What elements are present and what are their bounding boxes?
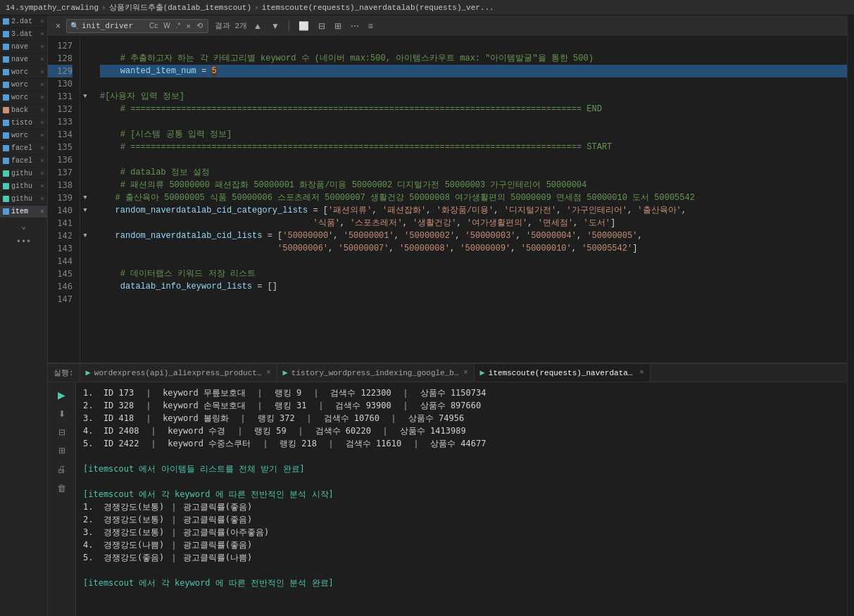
next-result-button[interactable]: ▼ <box>268 21 282 31</box>
line-num-140: 140 <box>48 204 73 217</box>
terminal-run-button[interactable]: ▶ <box>56 388 67 402</box>
clear-search-button[interactable]: × <box>184 22 191 30</box>
replace-button[interactable]: ⟲ <box>195 21 204 30</box>
title-sep2: › <box>254 4 259 12</box>
right-scrollbar[interactable] <box>847 15 854 616</box>
code-editor[interactable]: 127 128 129 130 131 132 133 134 135 136 … <box>48 37 847 363</box>
terminal-line-2: 2. ID 328 ｜ keyword 손목보호대 ｜ 랭킹 31 ｜ 검색수 … <box>83 399 840 412</box>
code-line-142: random_naverdatalab_cid_lists = ['500000… <box>100 230 847 242</box>
terminal-line-14: 5. 경쟁강도(좋음) ｜ 광고클릭률(나쁨) <box>83 551 840 564</box>
left-tab-worc4[interactable]: worc × <box>0 130 47 142</box>
terminal-line-16: [itemscout 에서 각 keyword 에 따른 전반적인 분석 완료] <box>83 577 840 589</box>
left-tab-githu1[interactable]: githu × <box>0 168 47 180</box>
left-tab-worc1[interactable]: worc × <box>0 66 47 79</box>
code-line-128: # 추출하고자 하는 각 카테고리별 keyword 수 (네이버 max:50… <box>100 52 847 65</box>
line-num-141: 141 <box>48 217 73 230</box>
terminal-line-8 <box>83 475 840 488</box>
more-actions-button[interactable]: ⋯ <box>348 21 362 31</box>
line-num-134: 134 <box>48 128 73 141</box>
terminal-split-button[interactable]: ⊟ <box>57 426 67 439</box>
left-tab-nave2[interactable]: nave × <box>0 54 47 66</box>
left-tab-worc2[interactable]: worc × <box>0 79 47 92</box>
prev-result-button[interactable]: ▲ <box>251 21 265 31</box>
line-num-136: 136 <box>48 153 73 166</box>
code-content[interactable]: # 추출하고자 하는 각 카테고리별 keyword 수 (네이버 max:50… <box>90 37 847 363</box>
split-editor-button[interactable]: ⊟ <box>315 21 328 31</box>
terminal-scroll-button[interactable]: ⬇ <box>57 408 67 420</box>
title-bar: 14.sympathy_crawling › 상품키워드추출(datalab_i… <box>0 0 854 15</box>
whole-word-button[interactable]: W <box>162 22 171 30</box>
app-container: 14.sympathy_crawling › 상품키워드추출(datalab_i… <box>0 0 854 616</box>
left-tab-back[interactable]: back × <box>0 104 47 117</box>
line-num-142: 142 <box>48 230 73 242</box>
terminal-line-9: [itemscout 에서 각 keyword 에 따른 전반적인 분석 시작] <box>83 488 840 501</box>
code-line-137: # datalab 정보 설정 <box>100 166 847 179</box>
terminal-area: 실행: ▶ wordexpress(api)_aliexpress_produc… <box>48 363 847 616</box>
left-tab-githu2[interactable]: githu × <box>0 180 47 193</box>
line-num-144: 144 <box>48 255 73 268</box>
code-line-144 <box>100 255 847 268</box>
left-tab-tisto[interactable]: tisto × <box>0 117 47 130</box>
line-num-137: 137 <box>48 166 73 179</box>
terminal-line-6 <box>83 450 840 463</box>
code-line-133 <box>100 115 847 128</box>
code-line-129: wanted_item_num = 5 <box>100 65 847 77</box>
line-num-146: 146 <box>48 280 73 293</box>
result-count: 결과 2개 <box>215 20 247 31</box>
terminal-run-label: 실행: <box>48 364 80 382</box>
code-line-141: '식품', '스포츠레저', '생활건강', '여가생활편의', '면세점', … <box>100 217 847 230</box>
split-editor2-button[interactable]: ⊞ <box>332 21 344 31</box>
tab-more[interactable]: ••• <box>0 234 47 250</box>
code-line-145: # 데이터랩스 키워드 저장 리스트 <box>100 268 847 280</box>
terminal-tab-tistory[interactable]: ▶ tistory_wordpress_indexing_google_bind… <box>277 364 475 382</box>
left-tab-worc3[interactable]: worc × <box>0 92 47 104</box>
code-line-130 <box>100 77 847 90</box>
case-sensitive-button[interactable]: Cc <box>148 22 159 30</box>
line-num-127: 127 <box>48 39 73 52</box>
title-file: itemscoute(requests)_naverdatalab(reques… <box>262 4 494 12</box>
line-num-131: 131 <box>48 90 73 103</box>
left-tab-githu3[interactable]: githu × <box>0 193 47 206</box>
left-tab-item[interactable]: item × <box>0 206 47 218</box>
terminal-tab-itemscout[interactable]: ▶ itemscoute(requests)_naverdatalab(requ… <box>475 364 651 382</box>
title-path1: 상품키워드추출(datalab_itemscout) <box>109 2 251 13</box>
close-search-button[interactable]: × <box>54 21 63 31</box>
terminal-tab-wordexpress[interactable]: ▶ wordexpress(api)_aliexpress_product(se… <box>80 364 277 382</box>
regex-button[interactable]: .* <box>175 22 182 30</box>
terminal-grid-button[interactable]: ⊞ <box>57 444 67 457</box>
search-input[interactable] <box>82 21 145 30</box>
toggle-word-wrap-button[interactable]: ⬜ <box>296 21 312 31</box>
line-num-145: 145 <box>48 268 73 280</box>
left-tab-facel2[interactable]: facel × <box>0 155 47 168</box>
left-tab-2dat[interactable]: 2.dat × <box>0 15 47 28</box>
terminal-line-1: 1. ID 173 ｜ keyword 무릎보호대 ｜ 랭킹 9 ｜ 검색수 1… <box>83 386 840 399</box>
line-num-139: 139 <box>48 191 73 204</box>
line-numbers: 127 128 129 130 131 132 133 134 135 136 … <box>48 37 80 363</box>
terminal-line-11: 2. 경쟁강도(보통) ｜ 광고클릭률(좋음) <box>83 513 840 526</box>
terminal-line-4: 4. ID 2408 ｜ keyword 수경 ｜ 랭킹 59 ｜ 검색수 60… <box>83 425 840 437</box>
line-num-129: 129 <box>48 65 73 77</box>
code-line-127 <box>100 39 847 52</box>
line-num-128: 128 <box>48 52 73 65</box>
line-num-132: 132 <box>48 103 73 115</box>
code-line-138: # 패션의류 50000000 패션잡화 50000001 화장품/미용 500… <box>100 179 847 191</box>
terminal-action-bar: ▶ ⬇ ⊟ ⊞ 🖨 🗑 <box>48 382 76 616</box>
fold-indicators: ▼ ▼ ▼ ▼ <box>80 37 90 363</box>
line-num-138: 138 <box>48 179 73 191</box>
tab-expand[interactable]: ⌄ <box>0 218 47 234</box>
left-tab-facel1[interactable]: facel × <box>0 142 47 155</box>
left-tab-3dat[interactable]: 3.dat × <box>0 28 47 41</box>
title-project: 14.sympathy_crawling <box>6 4 99 12</box>
search-icon: 🔍 <box>70 22 79 30</box>
filter-button[interactable]: ≡ <box>365 21 376 31</box>
terminal-line-15 <box>83 564 840 577</box>
left-tab-nave1[interactable]: nave × <box>0 41 47 54</box>
terminal-tab-bar: 실행: ▶ wordexpress(api)_aliexpress_produc… <box>48 364 847 382</box>
code-line-132: # ======================================… <box>100 103 847 115</box>
terminal-clear-button[interactable]: 🗑 <box>56 482 68 495</box>
code-line-147 <box>100 293 847 306</box>
code-line-139: # 출산육아 50000005 식품 50000006 스포츠레저 500000… <box>100 191 847 204</box>
terminal-output: 1. ID 173 ｜ keyword 무릎보호대 ｜ 랭킹 9 ｜ 검색수 1… <box>76 382 847 616</box>
terminal-print-button[interactable]: 🖨 <box>56 463 68 476</box>
title-sep1: › <box>101 4 106 12</box>
